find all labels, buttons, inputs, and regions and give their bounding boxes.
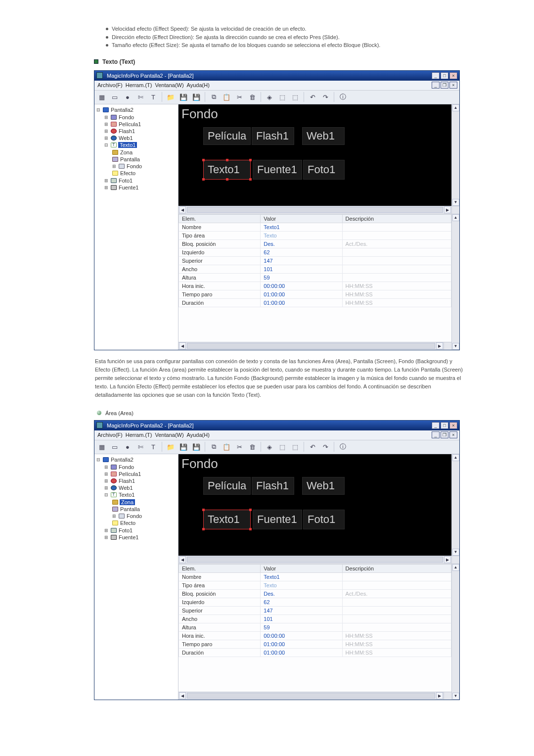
mdi-minimize-button[interactable]: _ [432,82,440,89]
col-elem[interactable]: Elem. [179,564,261,572]
table-row[interactable]: Izquierdo62 [179,248,451,256]
scroll-thumb[interactable] [187,693,435,699]
table-row[interactable]: Duración01:00:00HH:MM:SS [179,298,451,307]
resize-handle-icon[interactable] [226,159,228,161]
resize-handle-icon[interactable] [249,178,252,181]
zone-texto-selected[interactable]: Texto1 [203,510,251,529]
tool-flash-icon[interactable]: ● [122,441,133,452]
tool-send-back-icon[interactable]: ⬚ [290,92,301,102]
maximize-button[interactable]: □ [441,72,448,79]
tree-item-pelicula[interactable]: Película1 [103,121,144,128]
grid-horizontal-scrollbar[interactable]: ◀ ▶ [178,692,444,700]
scroll-thumb[interactable] [187,207,443,213]
table-row[interactable]: Altura59 [179,273,451,282]
tool-clip-icon[interactable]: ✄ [135,441,146,452]
scroll-up-icon[interactable]: ▲ [452,104,459,111]
scroll-right-icon[interactable]: ▶ [436,692,443,699]
scroll-down-icon[interactable]: ▼ [452,343,459,350]
tool-redo-icon[interactable]: ↷ [320,441,331,452]
zone-fondo[interactable]: Fondo [181,106,218,122]
tool-cut-icon[interactable]: ✂ [234,92,245,102]
scroll-up-icon[interactable]: ▲ [452,454,459,461]
grid-vertical-scrollbar[interactable]: ▲ ▼ [451,564,459,700]
tool-preview-icon[interactable]: ◈ [264,441,275,452]
menu-file[interactable]: Archivo(F) [97,432,123,438]
menu-file[interactable]: Archivo(F) [97,82,123,88]
tree-item-efecto[interactable]: Efecto [111,170,143,177]
tree-item-pantalla[interactable]: Pantalla [111,506,143,513]
tool-new-icon[interactable]: ▦ [96,441,107,452]
tool-undo-icon[interactable]: ↶ [307,92,318,102]
zone-foto[interactable]: Foto1 [303,160,345,180]
tree-item-fuente[interactable]: Fuente1 [103,184,144,191]
col-desc[interactable]: Descripción [342,564,451,572]
scroll-left-icon[interactable]: ◀ [179,556,186,563]
resize-handle-icon[interactable] [202,159,205,161]
zone-fondo[interactable]: Fondo [181,456,218,472]
resize-handle-icon[interactable] [249,159,252,161]
resize-handle-icon[interactable] [226,178,228,181]
scroll-up-icon[interactable]: ▲ [452,564,459,571]
tree-item-texto[interactable]: Texto1 [103,491,144,498]
mdi-close-button[interactable]: × [449,431,457,438]
tree-item-web[interactable]: Web1 [103,135,144,142]
tool-save-icon[interactable]: 💾 [178,441,189,452]
menu-tools[interactable]: Herram.(T) [126,432,152,438]
scroll-up-icon[interactable]: ▲ [452,214,459,221]
table-row[interactable]: NombreTexto1 [179,223,451,231]
layout-canvas[interactable]: Fondo Película Flash1 Web1 Texto1 [178,104,451,206]
layout-canvas[interactable]: Fondo Película Flash1 Web1 Texto1 Fuente… [178,454,451,556]
resize-handle-icon[interactable] [202,528,205,530]
zone-fuente[interactable]: Fuente1 [253,510,302,529]
maximize-button[interactable]: □ [441,422,448,429]
menu-window[interactable]: Ventana(W) [155,432,184,438]
mdi-close-button[interactable]: × [449,82,457,89]
tool-folder-icon[interactable]: 📁 [165,441,176,452]
tree-item-pantalla[interactable]: Pantalla [111,156,143,163]
zone-web[interactable]: Web1 [302,477,345,495]
table-row[interactable]: Superior147 [179,256,451,265]
resize-handle-icon[interactable] [202,509,205,511]
tool-screen-icon[interactable]: ▭ [109,441,120,452]
tool-screen-icon[interactable]: ▭ [109,92,120,102]
tool-info-icon[interactable]: ⓘ [337,441,348,452]
table-row[interactable]: Hora inic.00:00:00HH:MM:SS [179,282,451,290]
grid-vertical-scrollbar[interactable]: ▲ ▼ [451,214,459,350]
zone-web[interactable]: Web1 [302,127,345,145]
tree-item-foto[interactable]: Foto1 [103,527,144,534]
scroll-down-icon[interactable]: ▼ [452,549,459,556]
scroll-left-icon[interactable]: ◀ [179,342,186,349]
scroll-right-icon[interactable]: ▶ [444,556,451,563]
zone-pelicula[interactable]: Película [203,477,251,495]
zone-flash[interactable]: Flash1 [252,477,294,495]
mdi-restore-button[interactable]: ❐ [441,431,448,438]
tool-bring-front-icon[interactable]: ⬚ [277,92,288,102]
tool-delete-icon[interactable]: 🗑 [247,92,258,102]
grid-horizontal-scrollbar[interactable]: ◀ ▶ [178,342,444,350]
tool-undo-icon[interactable]: ↶ [307,441,318,452]
table-row[interactable]: Izquierdo62 [179,598,451,606]
scroll-thumb[interactable] [187,557,443,563]
canvas-horizontal-scrollbar[interactable]: ◀ ▶ [178,206,451,214]
close-button[interactable]: × [449,422,457,429]
tree-item-texto[interactable]: Texto1 [103,142,144,148]
table-row[interactable]: Ancho101 [179,614,451,623]
tree-item-fuente[interactable]: Fuente1 [103,534,144,541]
menu-tools[interactable]: Herram.(T) [126,82,152,88]
tool-new-icon[interactable]: ▦ [96,92,107,102]
tool-clip-icon[interactable]: ✄ [135,92,146,102]
resize-handle-icon[interactable] [249,509,252,511]
tool-save-icon[interactable]: 💾 [178,92,189,102]
menu-help[interactable]: Ayuda(H) [187,432,210,438]
tree-item-fondo[interactable]: Fondo [103,464,144,471]
tree-item-fondo-sub[interactable]: Fondo [111,163,143,170]
col-valor[interactable]: Valor [261,214,342,223]
tree-root[interactable]: Pantalla2 [95,456,177,463]
zone-fuente[interactable]: Fuente1 [253,160,302,180]
scroll-thumb[interactable] [187,343,435,349]
tool-bring-front-icon[interactable]: ⬚ [277,441,288,452]
tool-paste-icon[interactable]: 📋 [221,441,232,452]
tree-item-fondo[interactable]: Fondo [103,114,144,121]
tool-text-icon[interactable]: T [148,441,159,452]
table-row[interactable]: Tipo áreaTexto [179,581,451,589]
